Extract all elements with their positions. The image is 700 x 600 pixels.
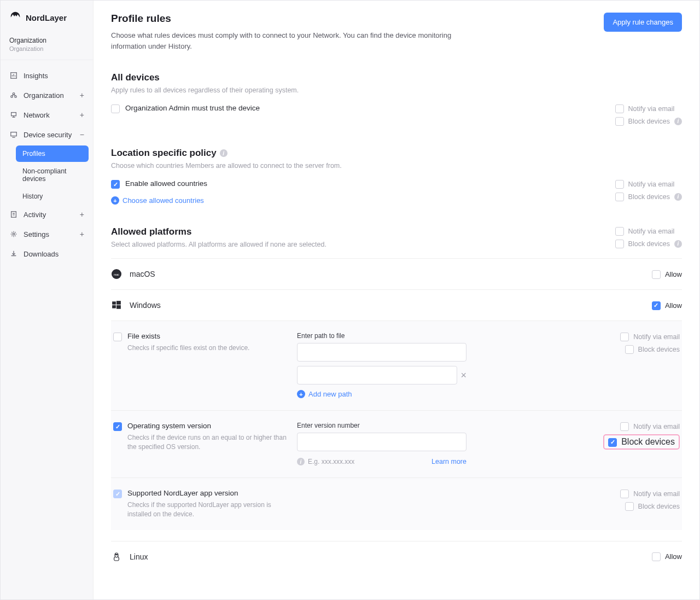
all-block-checkbox[interactable] xyxy=(615,117,624,126)
location-subtitle: Choose which countries Members are allow… xyxy=(111,162,682,170)
subnav-non-compliant[interactable]: Non-compliant devices xyxy=(16,163,89,187)
nav-network-label: Network xyxy=(24,111,50,119)
nav-device-security[interactable]: Device security − xyxy=(1,125,93,144)
section-location: Location specific policyi Choose which c… xyxy=(111,148,682,205)
platform-row-macos: mac macOS Allow xyxy=(111,258,682,289)
admin-trust-label: Organization Admin must trust the device xyxy=(125,104,260,112)
learn-more-link[interactable]: Learn more xyxy=(431,458,466,465)
windows-allow-label: Allow xyxy=(665,301,682,310)
os-version-desc: Checks if the device runs on an equal to… xyxy=(127,433,288,452)
linux-allow-checkbox[interactable] xyxy=(652,552,661,561)
file-path-input-1[interactable] xyxy=(297,343,466,362)
add-new-path-link[interactable]: + Add new path xyxy=(297,390,466,398)
os-block-highlighted: Block devices xyxy=(603,434,680,450)
section-platforms: Allowed platforms Select allowed platfor… xyxy=(111,226,682,321)
location-title: Location specific policy xyxy=(111,148,217,159)
all-notify-label: Notify via email xyxy=(628,105,675,113)
location-notify-label: Notify via email xyxy=(628,180,675,188)
file-path-label: Enter path to file xyxy=(297,332,466,340)
app-block-checkbox[interactable] xyxy=(625,502,634,511)
activity-icon xyxy=(9,210,18,219)
enable-allowed-countries-checkbox[interactable] xyxy=(111,180,120,189)
platform-windows-label: Windows xyxy=(130,301,161,310)
platform-linux-label: Linux xyxy=(130,552,148,561)
os-version-placeholder: E.g. xxx.xxx.xxx xyxy=(308,458,354,465)
svg-point-14 xyxy=(115,553,118,557)
platforms-notify-label: Notify via email xyxy=(628,228,675,235)
platform-row-windows: Windows Allow xyxy=(111,289,682,321)
plus-circle-icon: + xyxy=(111,196,119,205)
app-notify-checkbox[interactable] xyxy=(620,490,629,498)
platforms-block-checkbox[interactable] xyxy=(615,240,624,248)
svg-point-15 xyxy=(115,554,116,555)
os-block-checkbox[interactable] xyxy=(608,438,617,447)
page-subtitle: Choose what rules devices must comply wi… xyxy=(111,30,461,51)
nav-downloads-label: Downloads xyxy=(24,250,59,258)
macos-icon: mac xyxy=(111,269,122,279)
svg-rect-5 xyxy=(11,132,17,136)
platforms-notify-checkbox[interactable] xyxy=(615,227,624,236)
all-notify-checkbox[interactable] xyxy=(615,104,624,113)
nav-organization[interactable]: Organization + xyxy=(1,85,93,105)
info-icon[interactable]: i xyxy=(674,118,682,125)
admin-trust-checkbox[interactable] xyxy=(111,104,120,113)
network-icon xyxy=(9,110,18,119)
org-selector[interactable]: Organization Organization xyxy=(1,33,93,60)
file-exists-label: File exists xyxy=(127,332,249,340)
brand: NordLayer xyxy=(1,10,93,33)
location-block-checkbox[interactable] xyxy=(615,193,624,201)
info-icon[interactable]: i xyxy=(674,240,682,248)
os-block-label: Block devices xyxy=(621,437,675,447)
page-title: Profile rules xyxy=(111,13,461,25)
info-icon: i xyxy=(297,458,305,465)
nav-settings-label: Settings xyxy=(24,230,49,238)
platforms-subtitle: Select allowed platforms. All platforms … xyxy=(111,241,326,248)
svg-point-1 xyxy=(13,93,15,95)
insights-icon xyxy=(9,71,18,80)
remove-path-icon[interactable]: × xyxy=(460,370,466,381)
macos-allow-label: Allow xyxy=(665,270,682,278)
os-version-label: Operating system version xyxy=(127,422,288,430)
location-notify-checkbox[interactable] xyxy=(615,180,624,189)
all-block-label: Block devices xyxy=(628,118,670,125)
info-icon[interactable]: i xyxy=(220,149,228,157)
file-notify-label: Notify via email xyxy=(633,333,680,341)
nav-downloads[interactable]: Downloads xyxy=(1,244,93,264)
macos-allow-checkbox[interactable] xyxy=(652,270,661,279)
org-name: Organization xyxy=(9,45,84,52)
plus-circle-icon: + xyxy=(297,390,305,398)
app-version-label: Supported NordLayer app version xyxy=(127,489,288,497)
os-version-checkbox[interactable] xyxy=(113,422,122,431)
svg-rect-12 xyxy=(112,305,116,308)
nav-settings[interactable]: Settings + xyxy=(1,224,93,244)
os-notify-label: Notify via email xyxy=(633,423,680,430)
file-block-checkbox[interactable] xyxy=(625,345,634,354)
svg-point-7 xyxy=(13,233,15,235)
file-notify-checkbox[interactable] xyxy=(620,333,629,341)
file-path-input-2[interactable] xyxy=(297,366,457,385)
enable-allowed-countries-label: Enable allowed countries xyxy=(125,179,207,188)
os-version-input[interactable] xyxy=(297,433,466,451)
brand-name: NordLayer xyxy=(26,13,67,22)
nav-activity[interactable]: Activity + xyxy=(1,205,93,224)
nav-device-security-label: Device security xyxy=(24,131,72,139)
nav: Insights Organization + Network + Device… xyxy=(1,60,93,269)
svg-point-2 xyxy=(11,96,13,98)
sidebar: NordLayer Organization Organization Insi… xyxy=(1,1,94,599)
file-exists-checkbox[interactable] xyxy=(113,333,122,341)
nav-network[interactable]: Network + xyxy=(1,105,93,125)
app-version-checkbox xyxy=(113,490,122,498)
platforms-title: Allowed platforms xyxy=(111,226,326,237)
nav-insights[interactable]: Insights xyxy=(1,66,93,85)
os-notify-checkbox[interactable] xyxy=(620,422,629,431)
subnav-history[interactable]: History xyxy=(16,188,93,205)
apply-rule-changes-button[interactable]: Apply rule changes xyxy=(604,13,682,32)
windows-allow-checkbox[interactable] xyxy=(652,301,661,310)
nav-insights-label: Insights xyxy=(24,72,48,80)
nav-organization-label: Organization xyxy=(24,91,64,100)
info-icon[interactable]: i xyxy=(674,193,682,201)
svg-point-3 xyxy=(15,96,17,98)
subnav-profiles[interactable]: Profiles xyxy=(16,145,89,162)
choose-allowed-countries-link[interactable]: + Choose allowed countries xyxy=(111,196,207,205)
svg-rect-11 xyxy=(116,301,121,305)
